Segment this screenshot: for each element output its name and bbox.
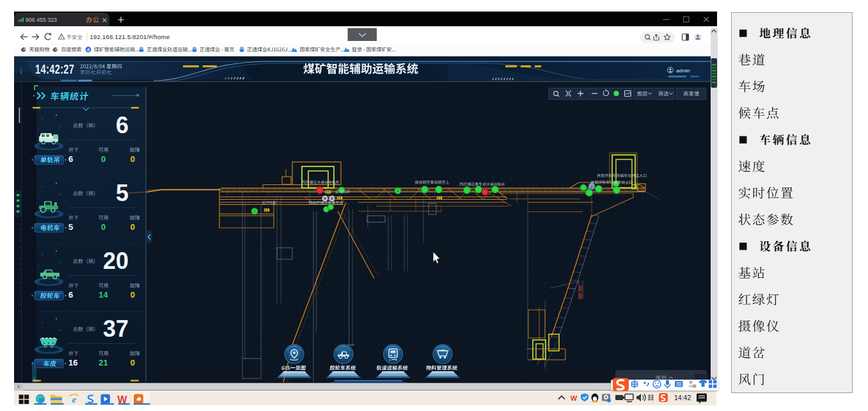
svg-text:12: 12 (693, 385, 697, 388)
